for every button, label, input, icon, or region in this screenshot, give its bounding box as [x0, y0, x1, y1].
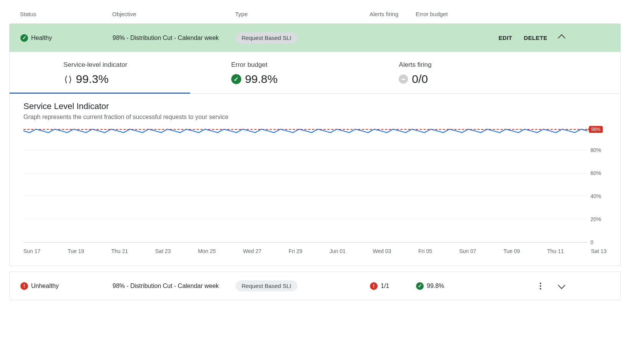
budget-value: 99.8% [427, 283, 444, 290]
slo-row-header[interactable]: ✓ Healthy 98% - Distribution Cut - Calen… [10, 24, 620, 52]
col-status: Status [20, 11, 112, 17]
budget-value: 99.8% [245, 73, 278, 86]
chart-subtitle: Graph represents the current fraction of… [23, 114, 607, 121]
slo-card-healthy: ✓ Healthy 98% - Distribution Cut - Calen… [9, 23, 621, 266]
chevron-up-icon[interactable] [558, 34, 565, 42]
check-icon: ✓ [416, 282, 424, 290]
alerts-value: 1/1 [381, 283, 389, 290]
status-text: Healthy [31, 35, 52, 41]
edit-button[interactable]: EDIT [499, 35, 512, 41]
alerts-value: 0/0 [412, 73, 428, 86]
status-text: Unhealthy [31, 283, 59, 290]
check-icon: ✓ [20, 34, 28, 42]
alerts-label: Alerts firing [399, 61, 567, 69]
chart-area: 98% 0 20% 40% 60% 80% [23, 127, 607, 243]
slo-card-unhealthy: ! Unhealthy 98% - Distribution Cut - Cal… [9, 271, 621, 300]
chart-section: Service Level Indicator Graph represents… [10, 94, 620, 266]
sli-label: Service-level indicator [63, 61, 231, 69]
check-icon: ✓ [231, 74, 241, 84]
delete-button[interactable]: DELETE [524, 35, 547, 41]
chart-plot[interactable]: 98% [23, 127, 587, 243]
type-chip: Request Based SLI [235, 280, 297, 291]
budget-label: Error budget [231, 61, 399, 69]
col-budget: Error budget [416, 11, 466, 17]
objective-text: 98% - Distribution Cut - Calendar week [113, 283, 235, 290]
sli-series-line [23, 127, 587, 266]
slo-row-header[interactable]: ! Unhealthy 98% - Distribution Cut - Cal… [10, 272, 620, 300]
dash-icon [399, 74, 408, 84]
col-alerts: Alerts firing [370, 11, 416, 17]
chart-title: Service Level Indicator [23, 101, 607, 111]
metrics-panel: Service-level indicator ⟨⟩ 99.3% Error b… [10, 52, 620, 94]
chevron-down-icon[interactable] [558, 281, 565, 289]
tab-indicator [10, 93, 190, 94]
sli-value: 99.3% [76, 73, 109, 86]
type-chip: Request Based SLI [235, 32, 297, 43]
column-headers: Status Objective Type Alerts firing Erro… [9, 8, 621, 23]
error-icon: ! [370, 282, 378, 290]
gauge-icon: ⟨⟩ [63, 74, 72, 84]
col-objective: Objective [112, 11, 235, 17]
error-icon: ! [20, 282, 28, 290]
y-axis: 0 20% 40% 60% 80% [587, 127, 607, 243]
col-type: Type [235, 11, 370, 17]
more-menu-button[interactable] [537, 283, 544, 290]
objective-text: 98% - Distribution Cut - Calendar week [113, 35, 235, 41]
